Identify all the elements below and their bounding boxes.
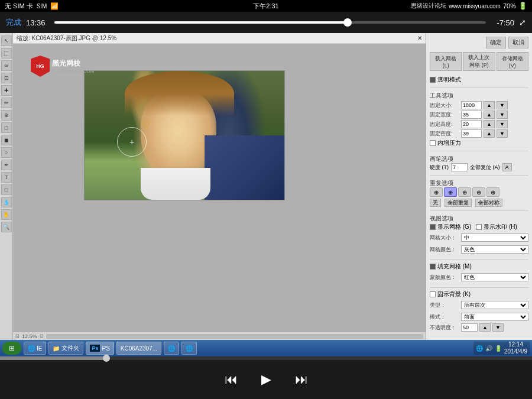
- tool-hand[interactable]: ✋: [1, 209, 12, 220]
- density-up[interactable]: ▲: [484, 129, 495, 138]
- taskbar-file-btn[interactable]: KC06A2307...: [116, 342, 161, 355]
- all-repeat-button[interactable]: 全部重复: [445, 199, 472, 207]
- taskbar-folder-btn[interactable]: 📁 文件夹: [48, 342, 83, 355]
- tool-dodge[interactable]: ○: [1, 147, 12, 158]
- view-checkboxes: 显示网格 (G) 显示水印 (H): [430, 223, 528, 231]
- bg-type-select[interactable]: 所有层次option>: [461, 301, 528, 309]
- load-last-mesh-tab[interactable]: 载入上次网格 (P): [463, 52, 495, 71]
- none-button[interactable]: 无: [430, 199, 441, 207]
- opacity-down[interactable]: ▼: [492, 323, 504, 332]
- pressure-checkbox[interactable]: [430, 140, 436, 146]
- tool-eraser[interactable]: ◻: [1, 122, 12, 133]
- mesh-fill-color-row: 蒙版颜色： 红色蓝色绿色: [430, 272, 528, 283]
- all-reset-button[interactable]: A: [502, 163, 512, 171]
- brand-name: 思绪设计论坛: [411, 2, 446, 10]
- tool-eyedrop[interactable]: 💧: [1, 197, 12, 207]
- fixed-size-down[interactable]: ▼: [497, 101, 508, 109]
- mesh-fill-color-select[interactable]: 红色蓝色绿色: [461, 273, 528, 281]
- photo-image: [85, 71, 284, 200]
- taskbar-ie2-btn[interactable]: 🌐: [164, 342, 179, 355]
- done-button[interactable]: 完成: [6, 17, 21, 28]
- tool-text[interactable]: T: [1, 172, 12, 183]
- rewind-button[interactable]: ⏮: [225, 372, 238, 387]
- background-checkbox[interactable]: [430, 291, 436, 297]
- tool-brush[interactable]: ✏: [1, 98, 12, 108]
- opacity-up[interactable]: ▲: [479, 323, 491, 332]
- all-sym-button[interactable]: 全部对称: [475, 199, 502, 207]
- tool-crop[interactable]: ⊡: [1, 73, 12, 83]
- canvas-bottom-bar: ⊡ 12.5% ⊡: [13, 332, 426, 340]
- repeat-icon-1[interactable]: ⊕: [430, 187, 443, 197]
- carrier-text: 无 SIM 卡: [5, 2, 33, 11]
- battery-icon: 🔋: [518, 2, 527, 10]
- tool-lasso[interactable]: ∞: [1, 60, 12, 71]
- playback-progress-track[interactable]: [0, 356, 532, 360]
- tool-panel-left: ↖ ⬚ ∞ ⊡ ✚ ✏ ⊕ ◻ ◼ ○ ✒ T □ 💧 ✋ 🔍: [0, 33, 13, 340]
- start-button[interactable]: ⊞: [2, 342, 21, 355]
- mesh-size-select[interactable]: 中小大: [461, 233, 528, 242]
- expand-button[interactable]: ⤢: [519, 18, 526, 27]
- height-up[interactable]: ▲: [484, 120, 495, 128]
- close-icon[interactable]: ✕: [417, 35, 422, 41]
- tool-pen[interactable]: ✒: [1, 160, 12, 170]
- video-progress-track[interactable]: [54, 21, 486, 24]
- show-mesh-checkbox[interactable]: [430, 224, 436, 230]
- tool-options-section: 工具选项 固定大小: ▲ ▼ 固定宽度: ▲ ▼ 固定高度: ▲ ▼ 固定密度:: [430, 87, 528, 147]
- fixed-size-input[interactable]: [461, 101, 482, 109]
- hardness-label: 硬度 (T): [430, 164, 449, 171]
- fill-mesh-row: 填充网格 (M): [430, 262, 528, 271]
- cancel-button[interactable]: 取消: [508, 37, 528, 48]
- fill-mesh-checkbox[interactable]: [430, 264, 436, 270]
- width-input[interactable]: [461, 111, 482, 119]
- repeat-options-section: 重复选项 ⊕ ⊕ ⊕ ⊕ ⊕ 无 全部重复 全部对称: [430, 175, 528, 207]
- transparency-checkbox[interactable]: [430, 77, 436, 83]
- height-down[interactable]: ▼: [497, 120, 508, 128]
- repeat-icon-4[interactable]: ⊕: [472, 187, 485, 197]
- horizontal-scrollbar[interactable]: [46, 334, 423, 339]
- ie-icon: 🌐: [28, 345, 35, 352]
- bg-opacity-input[interactable]: [461, 323, 478, 332]
- logo-url: V-HEIGUANG.COM: [52, 69, 94, 74]
- playback-area: ⏮ ▶ ⏭: [0, 356, 532, 399]
- taskbar-ie3-btn[interactable]: 🌐: [181, 342, 197, 355]
- canvas-title-text: 缩放: KC06A2307-原图.JPG @ 12.5%: [17, 34, 116, 43]
- density-input[interactable]: [461, 129, 482, 138]
- brush-options-label: 画笔选项: [430, 155, 528, 163]
- confirm-button[interactable]: 确定: [486, 37, 506, 48]
- repeat-icon-2[interactable]: ⊕: [444, 187, 457, 197]
- repeat-icon-3[interactable]: ⊕: [458, 187, 471, 197]
- tool-move[interactable]: ↖: [1, 35, 12, 46]
- tool-select[interactable]: ⬚: [1, 48, 12, 59]
- show-wire-checkbox[interactable]: [476, 224, 482, 230]
- tool-stamp[interactable]: ⊕: [1, 110, 12, 121]
- tool-shape[interactable]: □: [1, 184, 12, 195]
- height-input[interactable]: [461, 120, 482, 128]
- tool-gradient[interactable]: ◼: [1, 135, 12, 145]
- fixed-size-up[interactable]: ▲: [484, 101, 495, 109]
- playback-progress-thumb[interactable]: [103, 355, 110, 362]
- density-down[interactable]: ▼: [497, 129, 508, 138]
- load-mesh-tab[interactable]: 载入网格 (L): [430, 52, 462, 71]
- ps-icon: Ps: [90, 345, 100, 352]
- play-button[interactable]: ▶: [261, 372, 271, 387]
- width-down[interactable]: ▼: [497, 111, 508, 119]
- mesh-color-select[interactable]: 灰色黑色白色: [461, 245, 528, 254]
- taskbar-ie-btn[interactable]: 🌐 IE: [24, 342, 46, 355]
- circle-cursor: [117, 127, 147, 157]
- repeat-icon-5[interactable]: ⊕: [486, 187, 499, 197]
- save-mesh-tab[interactable]: 存储网格 (V): [497, 52, 528, 71]
- tool-options-label: 工具选项: [430, 92, 528, 100]
- video-progress-thumb[interactable]: [343, 18, 352, 27]
- tool-zoom[interactable]: 🔍: [1, 222, 12, 232]
- background-row: 固示背景 (K): [430, 290, 528, 299]
- mesh-size-label: 网格大小：: [430, 234, 459, 242]
- bg-mode-select[interactable]: 前面: [461, 313, 528, 321]
- width-up[interactable]: ▲: [484, 111, 495, 119]
- tool-heal[interactable]: ✚: [1, 85, 12, 96]
- fast-forward-button[interactable]: ⏭: [295, 372, 308, 387]
- taskbar-ps-btn[interactable]: Ps PS: [86, 342, 113, 355]
- zoom-value: 12.5%: [22, 333, 37, 339]
- logo-shield: HG: [31, 56, 50, 77]
- hardness-input[interactable]: [451, 163, 468, 171]
- logo-box: HG 黑光网校 V-HEIGUANG.COM: [31, 56, 94, 77]
